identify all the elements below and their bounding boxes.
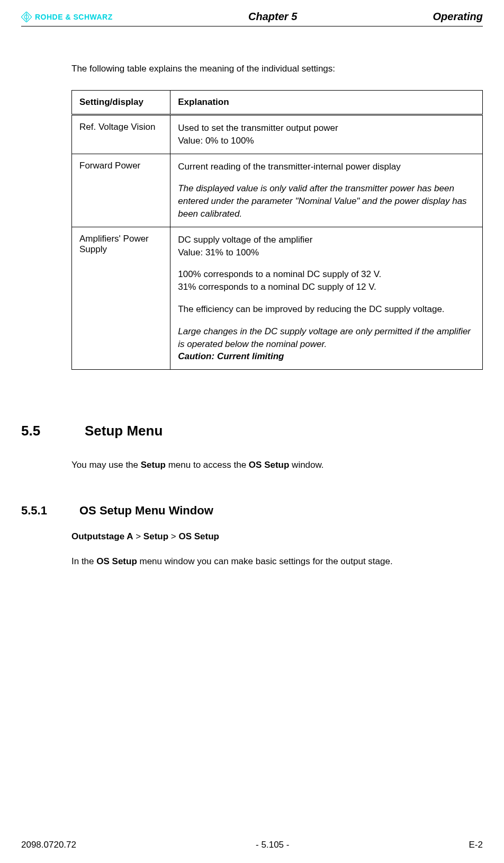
- footer-left: 2098.0720.72: [21, 840, 76, 850]
- setting-cell: Forward Power: [72, 154, 170, 227]
- settings-table: Setting/display Explanation Ref. Voltage…: [71, 90, 483, 370]
- logo-icon: [21, 12, 32, 22]
- setting-cell: Amplifiers' Power Supply: [72, 227, 170, 369]
- subsection-heading-551: 5.5.1 OS Setup Menu Window: [21, 504, 483, 518]
- breadcrumb-c: OS Setup: [178, 531, 219, 541]
- row0-line2: Value: 0% to 100%: [178, 136, 254, 146]
- table-header-setting: Setting/display: [72, 91, 170, 115]
- breadcrumb-a: Outputstage A: [71, 531, 133, 541]
- section-heading-55: 5.5 Setup Menu: [21, 423, 483, 439]
- section551-text: In the OS Setup menu window you can make…: [71, 555, 483, 568]
- explanation-cell: Used to set the transmitter output power…: [170, 115, 483, 154]
- table-row: Forward Power Current reading of the tra…: [72, 154, 483, 227]
- chapter-title: Chapter 5: [248, 11, 297, 23]
- section-name: Operating: [433, 11, 483, 23]
- table-row: Amplifiers' Power Supply DC supply volta…: [72, 227, 483, 369]
- row2-line2: Value: 31% to 100%: [178, 247, 259, 257]
- row0-line1: Used to set the transmitter output power: [178, 123, 338, 133]
- row2-line1: DC supply voltage of the amplifier: [178, 235, 312, 245]
- row2-caution: Caution: Current limiting: [178, 351, 284, 361]
- section-number: 5.5: [21, 423, 64, 439]
- row1-note: The displayed value is only valid after …: [178, 182, 475, 220]
- main-content: The following table explains the meaning…: [71, 64, 483, 370]
- section-title: Setup Menu: [85, 423, 163, 439]
- table-header-explanation: Explanation: [170, 91, 483, 115]
- row2-note: Large changes in the DC supply voltage a…: [178, 326, 471, 349]
- row2-line4: 31% corresponds to a nominal DC supply o…: [178, 282, 376, 292]
- logo-text: ROHDE & SCHWARZ: [35, 13, 113, 21]
- subsection-title: OS Setup Menu Window: [79, 504, 213, 518]
- section55-text: You may use the Setup menu to access the…: [71, 458, 483, 472]
- explanation-cell: Current reading of the transmitter-inter…: [170, 154, 483, 227]
- page-header: ROHDE & SCHWARZ Chapter 5 Operating: [21, 11, 483, 26]
- footer-center: - 5.105 -: [256, 840, 289, 850]
- footer-right: E-2: [469, 840, 483, 850]
- row1-line1: Current reading of the transmitter-inter…: [178, 161, 475, 173]
- intro-text: The following table explains the meaning…: [71, 64, 483, 74]
- brand-logo: ROHDE & SCHWARZ: [21, 12, 113, 22]
- explanation-cell: DC supply voltage of the amplifierValue:…: [170, 227, 483, 369]
- row2-line5: The efficiency can be improved by reduci…: [178, 303, 475, 316]
- setting-cell: Ref. Voltage Vision: [72, 115, 170, 154]
- page-footer: 2098.0720.72 - 5.105 - E-2: [21, 840, 483, 850]
- subsection-number: 5.5.1: [21, 504, 64, 518]
- breadcrumb: Outputstage A > Setup > OS Setup: [71, 531, 483, 542]
- breadcrumb-b: Setup: [143, 531, 168, 541]
- table-row: Ref. Voltage Vision Used to set the tran…: [72, 115, 483, 154]
- row2-line3: 100% corresponds to a nominal DC supply …: [178, 269, 381, 279]
